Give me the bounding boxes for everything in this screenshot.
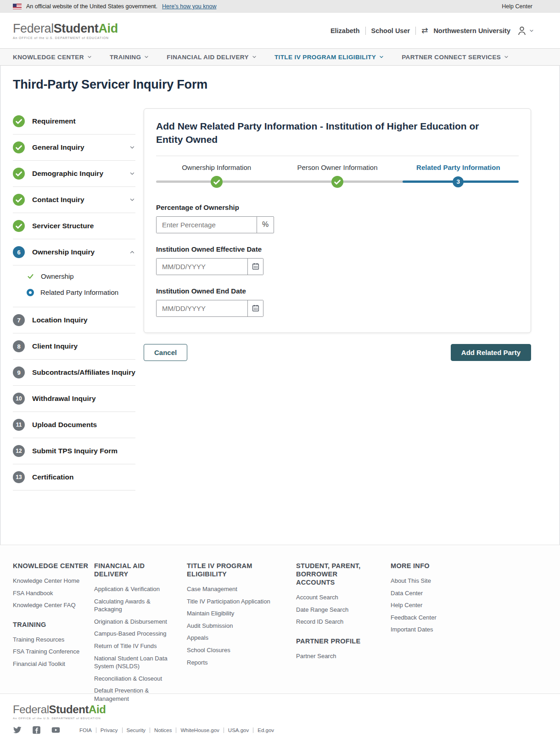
footer-link[interactable]: Title IV Participation Application: [187, 597, 288, 606]
footer-link[interactable]: Return of Title IV Funds: [94, 642, 174, 650]
substep-ownership[interactable]: Ownership: [27, 268, 135, 284]
chevron-down-icon: [87, 54, 92, 60]
logo-text-student: Student: [54, 22, 99, 35]
footer-link[interactable]: Application & Verification: [94, 585, 174, 593]
help-center-link[interactable]: Help Center: [502, 3, 532, 10]
chevron-down-icon: [129, 144, 135, 151]
sidebar-item-subcontracts-affiliates-inquiry[interactable]: 9 Subcontracts/Affiliates Inquiry: [13, 360, 135, 385]
footer-link[interactable]: National Student Loan Data System (NSLDS…: [94, 654, 174, 671]
footer-link[interactable]: Maintain Eligibility: [187, 609, 288, 618]
step-label-ownership-information: Ownership Information: [156, 163, 277, 176]
site-footer-links: KNOWLEDGE CENTER Knowledge Center Home F…: [0, 545, 560, 693]
footer-link[interactable]: Date Range Search: [296, 606, 376, 614]
sidebar-item-upload-documents[interactable]: 11 Upload Documents: [13, 412, 135, 438]
sidebar-item-withdrawal-inquiry[interactable]: 10 Withdrawal Inquiry: [13, 386, 135, 411]
check-circle-icon: [13, 115, 25, 127]
fsa-footer-logo[interactable]: FederalStudentAid An OFFICE of the U.S. …: [13, 703, 547, 720]
footer-link[interactable]: Reports: [187, 659, 288, 667]
sidebar-item-submit-tps-inquiry-form[interactable]: 12 Submit TPS Inquiry Form: [13, 438, 135, 464]
how-you-know-link[interactable]: Here's how you know: [162, 3, 216, 10]
footer-link[interactable]: Important Dates: [391, 626, 469, 634]
footer-link[interactable]: Case Management: [187, 585, 288, 593]
sidebar-item-demographic-inquiry[interactable]: Demographic Inquiry: [13, 161, 135, 186]
footer-link[interactable]: Origination & Disbursement: [94, 618, 174, 626]
effective-date-input[interactable]: [157, 259, 247, 275]
legal-link-notices[interactable]: Notices: [150, 727, 172, 733]
sidebar-item-servicer-structure[interactable]: Servicer Structure: [13, 213, 135, 239]
step-number-badge: 7: [13, 314, 25, 326]
footer-link[interactable]: Partner Search: [296, 652, 376, 660]
legal-link-usagov[interactable]: USA.gov: [224, 727, 249, 733]
social-icons: [13, 726, 60, 734]
sidebar-item-ownership-inquiry[interactable]: 6 Ownership Inquiry: [13, 239, 135, 265]
footer-link[interactable]: Training Resources: [13, 636, 93, 644]
chevron-down-icon: [129, 170, 135, 177]
footer-link[interactable]: Record ID Search: [296, 618, 376, 626]
footer-link[interactable]: Campus-Based Processing: [94, 630, 174, 638]
sidebar-item-certification[interactable]: 13 Certification: [13, 464, 135, 490]
page-title: Third-Party Servicer Inquiry Form: [13, 78, 531, 92]
facebook-icon[interactable]: [32, 726, 41, 734]
footer-link[interactable]: Feedback Center: [391, 614, 469, 622]
site-header: FederalStudentAid An OFFICE of the U.S. …: [0, 13, 560, 48]
chevron-down-icon: [529, 28, 534, 34]
card-actions: Cancel Add Related Party: [144, 344, 531, 361]
footer-link[interactable]: School Closures: [187, 646, 288, 654]
sidebar-item-location-inquiry[interactable]: 7 Location Inquiry: [13, 307, 135, 333]
nav-financial-aid-delivery[interactable]: FINANCIAL AID DELIVERY: [167, 54, 257, 61]
end-date-label: Institution Owned End Date: [156, 287, 519, 295]
nav-title-iv-program-eligibility[interactable]: TITLE IV PROGRAM ELIGIBILITY: [274, 54, 384, 61]
nav-training[interactable]: TRAINING: [110, 54, 149, 61]
person-icon: [516, 25, 528, 37]
footer-link[interactable]: Reconciliation & Closeout: [94, 675, 174, 683]
legal-link-whitehouse[interactable]: WhiteHouse.gov: [176, 727, 219, 733]
divider: [415, 27, 416, 35]
percentage-input[interactable]: [157, 217, 257, 233]
legal-link-edgov[interactable]: Ed.gov: [253, 727, 274, 733]
chevron-up-icon: [129, 249, 135, 255]
footer-link[interactable]: Appeals: [187, 634, 288, 642]
footer-link[interactable]: Default Prevention & Management: [94, 687, 174, 703]
twitter-icon[interactable]: [13, 726, 22, 734]
nav-knowledge-center[interactable]: KNOWLEDGE CENTER: [13, 54, 92, 61]
legal-link-security[interactable]: Security: [122, 727, 146, 733]
sidebar-item-general-inquiry[interactable]: General Inquiry: [13, 135, 135, 160]
footer-link[interactable]: Knowledge Center FAQ: [13, 601, 93, 609]
substep-related-party-information[interactable]: Related Party Information: [27, 284, 135, 300]
check-icon: [27, 272, 34, 280]
switch-organization-icon[interactable]: ⇄: [421, 27, 428, 34]
youtube-icon[interactable]: [51, 726, 60, 734]
add-related-party-button[interactable]: Add Related Party: [451, 344, 531, 361]
sidebar-item-requirement[interactable]: Requirement: [13, 108, 135, 134]
logo-tagline: An OFFICE of the U.S. DEPARTMENT of EDUC…: [13, 36, 118, 39]
footer-link[interactable]: Help Center: [391, 601, 469, 609]
nav-partner-connect-services[interactable]: PARTNER CONNECT SERVICES: [402, 54, 509, 61]
end-date-calendar-button[interactable]: [247, 300, 263, 316]
footer-heading-financial-aid-delivery: FINANCIAL AID DELIVERY: [94, 562, 172, 578]
sidebar-item-client-inquiry[interactable]: 8 Client Inquiry: [13, 333, 135, 359]
end-date-field: Institution Owned End Date: [156, 287, 519, 317]
footer-heading-title-iv: TITLE IV PROGRAM ELIGIBILITY: [187, 562, 288, 578]
footer-link[interactable]: Account Search: [296, 593, 376, 602]
footer-link[interactable]: Financial Aid Toolkit: [13, 660, 93, 668]
footer-link[interactable]: Data Center: [391, 589, 469, 597]
footer-link[interactable]: Calculating Awards & Packaging: [94, 597, 174, 614]
cancel-button[interactable]: Cancel: [144, 344, 187, 361]
fsa-logo[interactable]: FederalStudentAid An OFFICE of the U.S. …: [13, 22, 118, 39]
legal-link-foia[interactable]: FOIA: [79, 727, 92, 733]
step-number-badge: 6: [13, 246, 25, 258]
footer-link[interactable]: Knowledge Center Home: [13, 577, 93, 585]
footer-heading-knowledge-center: KNOWLEDGE CENTER: [13, 562, 91, 570]
sidebar-item-contact-inquiry[interactable]: Contact Inquiry: [13, 187, 135, 213]
footer-link[interactable]: FSA Training Conference: [13, 648, 93, 656]
end-date-input[interactable]: [157, 300, 247, 316]
effective-date-calendar-button[interactable]: [247, 259, 263, 275]
divider: [13, 490, 135, 490]
account-menu-button[interactable]: [516, 25, 534, 37]
footer-link[interactable]: Audit Submission: [187, 622, 288, 630]
legal-link-privacy[interactable]: Privacy: [96, 727, 118, 733]
footer-link[interactable]: FSA Handbook: [13, 589, 93, 597]
step-active-badge: 3: [453, 176, 464, 187]
footer-heading-student-parent-borrower: STUDENT, PARENT, BORROWER ACCOUNTS: [296, 562, 374, 586]
footer-link[interactable]: About This Site: [391, 577, 469, 585]
